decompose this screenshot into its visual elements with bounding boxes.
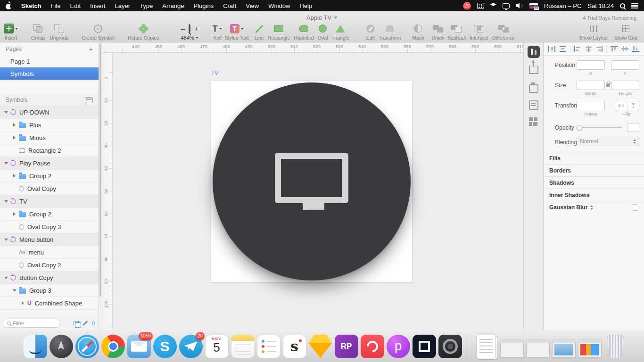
align-center-horizontal-icon[interactable] — [585, 46, 592, 52]
tool-group[interactable]: Group — [31, 23, 45, 41]
dock-item-telegram[interactable]: 20 — [178, 333, 203, 360]
align-right-icon[interactable] — [595, 46, 603, 52]
section-borders[interactable]: Borders — [544, 164, 644, 176]
dock-item-framer[interactable] — [412, 333, 437, 360]
zoom-icon[interactable] — [189, 25, 190, 33]
dock-item-preferences[interactable] — [438, 333, 462, 360]
menu-item-type[interactable]: Type — [135, 2, 157, 9]
tool-rotate-copies[interactable]: Rotate Copies — [128, 23, 159, 41]
disclosure-open-icon[interactable] — [12, 288, 17, 293]
layer-row-combined-shape[interactable]: UCombined Shape — [0, 297, 99, 310]
menu-item-plugins[interactable]: Plugins — [189, 2, 218, 9]
tool-mask[interactable]: Mask — [412, 23, 424, 41]
disclosure-closed-icon[interactable] — [12, 123, 17, 127]
menu-item-insert[interactable]: Insert — [85, 2, 110, 9]
menubar-clock[interactable]: Sat 18:24 — [587, 2, 614, 9]
printer-icon[interactable] — [529, 84, 538, 93]
section-inner-shadows[interactable]: Inner Shadows — [544, 189, 644, 201]
dock-item-axure[interactable]: RP — [334, 333, 359, 360]
disclosure-closed-icon[interactable] — [21, 301, 25, 305]
align-bottom-icon[interactable] — [632, 46, 639, 52]
menu-item-file[interactable]: File — [46, 2, 66, 9]
tool-edit[interactable]: Edit — [366, 23, 375, 41]
dock-item-window-b[interactable] — [525, 333, 550, 360]
vertical-ruler[interactable]: 0102030405060708090100 — [102, 53, 113, 330]
dock-item-launchpad[interactable] — [49, 333, 74, 360]
gaussian-blur-checkbox[interactable] — [632, 204, 638, 211]
distribute-vertical-icon[interactable] — [559, 46, 566, 52]
layer-row-menu-button[interactable]: Menu button — [0, 233, 99, 246]
tool-union[interactable]: Union — [431, 23, 444, 41]
tool-ungroup[interactable]: Ungroup — [50, 23, 68, 41]
add-page-button[interactable]: + — [89, 45, 93, 52]
pencil-icon[interactable] — [83, 321, 88, 326]
page-item-symbols[interactable]: Symbols — [0, 67, 99, 80]
tool-triangle[interactable]: Triangle — [331, 23, 349, 41]
tool-rect[interactable]: Rectangle — [268, 23, 290, 41]
layer-row-tv[interactable]: TV — [0, 195, 99, 208]
section-shadows[interactable]: Shadows — [544, 176, 644, 189]
keyboard-layout-label[interactable]: Russian – PC — [544, 2, 581, 9]
tv-icon[interactable] — [275, 153, 348, 203]
disclosure-open-icon[interactable] — [4, 199, 8, 204]
menu-item-craft[interactable]: Craft — [218, 2, 241, 9]
keyboard-flag-icon[interactable]: PC — [529, 3, 538, 8]
layer-row-group-2[interactable]: Group 2 — [0, 208, 99, 221]
tool-styled-text[interactable]: TStyled Text — [225, 23, 249, 41]
dock-item-finder[interactable] — [23, 333, 48, 360]
dock-item-flinto[interactable] — [360, 333, 385, 360]
disclosure-closed-icon[interactable] — [12, 212, 17, 216]
menu-item-arrange[interactable]: Arrange — [157, 2, 189, 9]
dock-item-calendar[interactable]: NOV5 — [204, 333, 229, 360]
layer-row-plus[interactable]: Plus — [0, 119, 99, 132]
opacity-slider[interactable] — [577, 127, 622, 128]
tool-create-symbol[interactable]: Create Symbol — [82, 23, 114, 41]
dock-item-documents[interactable] — [473, 333, 498, 360]
layer-row-group-2[interactable]: Group 2 — [0, 170, 99, 182]
zoom-in-button[interactable]: + — [194, 25, 198, 32]
disclosure-open-icon[interactable] — [4, 237, 8, 242]
dock-item-notes[interactable] — [230, 333, 255, 360]
dock-item-safari[interactable] — [74, 333, 99, 360]
disclosure-closed-icon[interactable] — [12, 135, 17, 140]
dock-item-window-d[interactable] — [577, 333, 602, 360]
spotlight-icon[interactable] — [620, 3, 625, 8]
disclosure-open-icon[interactable] — [4, 275, 8, 280]
disclosure-open-icon[interactable] — [4, 161, 8, 165]
align-top-icon[interactable] — [611, 46, 618, 52]
distribute-horizontal-icon[interactable] — [548, 46, 555, 52]
grid-icon[interactable] — [529, 117, 538, 126]
layer-row-rectangle-2[interactable]: Rectangle 2 — [0, 144, 99, 157]
tool-oval[interactable]: Oval — [318, 23, 328, 41]
layer-row-menu[interactable]: Aamenu — [0, 246, 99, 259]
dock-item-skype[interactable]: S — [152, 333, 177, 360]
layer-row-button-copy[interactable]: Button Copy — [0, 272, 99, 284]
rotate-input[interactable] — [577, 101, 605, 110]
dock-item-reminders[interactable] — [256, 333, 281, 360]
align-left-icon[interactable] — [574, 46, 581, 52]
volume-icon[interactable] — [516, 3, 523, 8]
menu-item-window[interactable]: Window — [264, 2, 295, 9]
tool-insert[interactable]: Insert — [4, 23, 18, 41]
dock-item-slack[interactable]: s — [282, 333, 307, 360]
size-width-input[interactable] — [577, 81, 605, 90]
align-middle-icon[interactable] — [621, 46, 628, 52]
flip-horizontal-button[interactable] — [615, 101, 627, 110]
tool-subtract[interactable]: Subtract — [447, 23, 466, 41]
menu-item-layer[interactable]: Layer — [110, 2, 135, 9]
menu-item-help[interactable]: Help — [295, 2, 317, 9]
layer-row-oval-copy-2[interactable]: Oval Copy 2 — [0, 259, 99, 272]
layer-row-oval-copy[interactable]: Oval Copy — [0, 182, 99, 195]
lock-icon[interactable] — [606, 83, 610, 87]
tool-show-layout[interactable]: Show Layout — [579, 23, 608, 41]
dock-item-mail[interactable]: 1059 — [126, 333, 151, 360]
dock-item-window-a[interactable] — [499, 333, 524, 360]
size-height-input[interactable] — [611, 81, 639, 90]
tool-show-grid[interactable]: Show Grid — [614, 23, 637, 41]
artboard-tv[interactable] — [211, 81, 412, 282]
pages-overlay-icon[interactable] — [74, 321, 79, 325]
layer-row-oval-copy-3[interactable]: Oval Copy 3 — [0, 221, 99, 233]
menu-item-sketch[interactable]: Sketch — [17, 2, 46, 9]
notification-center-icon[interactable] — [631, 3, 638, 8]
craft-logo-icon[interactable] — [528, 46, 540, 58]
